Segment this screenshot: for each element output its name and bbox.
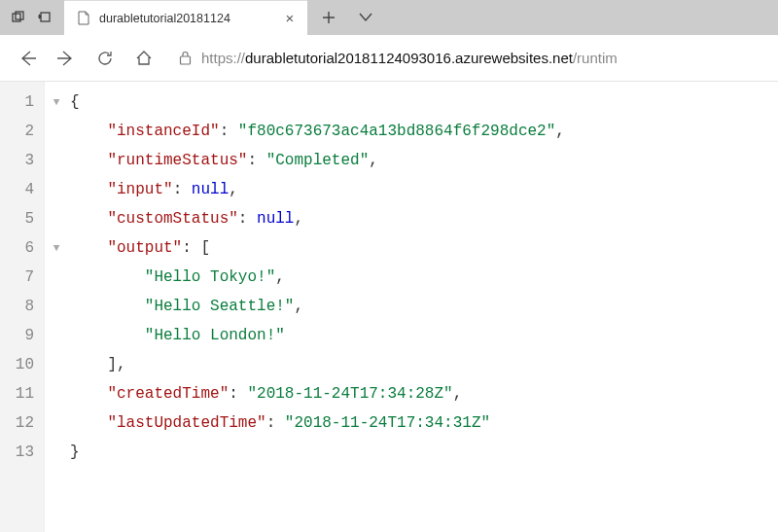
code-area: ▼▼ { "instanceId": "f80c673673ac4a13bd88… [45,82,778,532]
code-line: "createdTime": "2018-11-24T17:34:28Z", [70,379,778,408]
code-line: "customStatus": null, [70,204,778,233]
window-controls [0,0,64,35]
svg-rect-3 [181,56,191,64]
line-number: 13 [0,438,34,467]
code-line: "Hello Tokyo!", [70,263,778,292]
fold-toggle [45,263,68,292]
lock-icon [179,51,192,65]
fold-toggle [45,117,68,146]
line-number: 2 [0,117,34,146]
code-line: "instanceId": "f80c673673ac4a13bd8864f6f… [70,117,778,146]
forward-button[interactable] [49,41,84,76]
back-button[interactable] [10,41,45,76]
tab-title: durabletutorial20181124 [99,12,274,25]
code-line: "lastUpdatedTime": "2018-11-24T17:34:31Z… [70,408,778,438]
code-line: "output": [ [70,233,778,263]
fold-toggle [45,438,68,467]
url-host: durabletutorial20181124093016.azurewebsi… [245,50,573,66]
line-number: 10 [0,350,34,379]
line-number: 4 [0,175,34,204]
address-bar[interactable]: https://durabletutorial20181124093016.az… [165,41,768,76]
tab-close-icon[interactable]: × [282,11,298,26]
fold-toggle [45,408,68,438]
fold-toggle [45,175,68,204]
json-viewer: 12345678910111213 ▼▼ { "instanceId": "f8… [0,82,778,532]
code-line: } [70,438,778,467]
window-group-icon[interactable] [6,5,31,30]
fold-toggle [45,379,68,408]
line-number: 8 [0,292,34,321]
svg-rect-1 [16,12,23,19]
line-number: 1 [0,88,34,117]
line-gutter: 12345678910111213 [0,82,45,532]
line-number: 12 [0,408,34,438]
fold-toggle [45,350,68,379]
code-line: { [70,88,778,117]
code-line: "Hello Seattle!", [70,292,778,321]
code-line: ], [70,350,778,379]
line-number: 3 [0,146,34,175]
home-button[interactable] [126,41,161,76]
code-line: "runtimeStatus": "Completed", [70,146,778,175]
svg-rect-0 [13,14,20,21]
fold-column: ▼▼ [45,88,68,467]
fold-toggle [45,321,68,350]
tab-menu-icon[interactable] [352,4,379,31]
line-number: 9 [0,321,34,350]
tab-actions [307,0,387,35]
page-icon [76,11,91,26]
url-scheme: https:// [201,50,245,66]
navbar: https://durabletutorial20181124093016.az… [0,35,778,82]
line-number: 5 [0,204,34,233]
code-lines: { "instanceId": "f80c673673ac4a13bd8864f… [45,88,778,467]
refresh-button[interactable] [88,41,123,76]
fold-toggle[interactable]: ▼ [45,88,68,117]
fold-toggle [45,146,68,175]
window-restore-icon[interactable] [33,5,58,30]
code-line: "input": null, [70,175,778,204]
url-path: /runtim [573,50,618,66]
line-number: 6 [0,233,34,263]
fold-toggle [45,292,68,321]
svg-rect-2 [41,13,50,21]
line-number: 7 [0,263,34,292]
code-line: "Hello London!" [70,321,778,350]
url-text: https://durabletutorial20181124093016.az… [201,50,618,66]
fold-toggle[interactable]: ▼ [45,233,68,263]
fold-toggle [45,204,68,233]
titlebar: durabletutorial20181124 × [0,0,778,35]
line-number: 11 [0,379,34,408]
browser-tab[interactable]: durabletutorial20181124 × [64,0,307,35]
new-tab-button[interactable] [315,4,342,31]
